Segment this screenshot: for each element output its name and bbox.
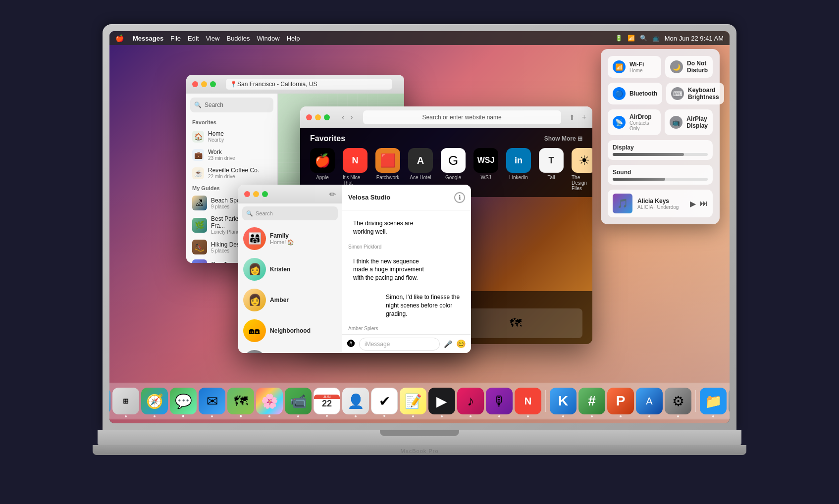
safari-fav-tail[interactable]: T Tail <box>539 148 564 191</box>
maps-search-bar[interactable]: 🔍 Search <box>190 98 273 112</box>
messages-contact-kevin[interactable]: 👨 Kevin <box>238 346 342 353</box>
dock-finder-icon[interactable]: 😊 <box>109 388 110 414</box>
menubar-buddies[interactable]: Buddies <box>226 35 250 42</box>
messages-chat-title: Velosa Studio <box>348 194 390 201</box>
safari-fav-wsj[interactable]: WSJ WSJ <box>473 148 498 191</box>
dock-pages-icon[interactable]: P <box>607 388 634 414</box>
dock-podcasts-emoji: 🎙 <box>492 393 506 409</box>
safari-close-button[interactable] <box>306 114 312 120</box>
dock-news-icon[interactable]: N <box>515 388 541 414</box>
dock-safari-icon[interactable]: 🧭 <box>141 388 168 414</box>
dock-systemprefs-icon[interactable]: ⚙ <box>665 388 691 414</box>
cc-display-slider[interactable] <box>613 153 708 156</box>
dock-appletv-icon[interactable]: ▶ <box>428 388 455 414</box>
cc-airplay-info: AirPlay Display <box>686 115 708 129</box>
dock-calendar-icon[interactable]: JUN 22 <box>314 388 340 414</box>
messages-info-button[interactable]: ℹ <box>454 192 465 203</box>
safari-apple-icon: 🍎 <box>310 148 335 173</box>
dock-keynote-icon[interactable]: K <box>550 388 577 414</box>
safari-minimize-button[interactable] <box>315 114 321 120</box>
maps-minimize-button[interactable] <box>201 81 207 87</box>
cc-bluetooth-tile[interactable]: 🔵 Bluetooth <box>608 83 662 104</box>
dock-launchpad-icon[interactable]: ⊞ <box>112 388 139 414</box>
cc-skip-button[interactable]: ⏭ <box>700 199 708 208</box>
dock-appstore-icon[interactable]: A <box>636 388 663 414</box>
safari-address-bar[interactable]: Search or enter website name <box>363 110 561 124</box>
dock-numbers-icon[interactable]: # <box>578 388 605 414</box>
messages-contact-amber[interactable]: 👩 Amber <box>238 285 342 315</box>
safari-show-more[interactable]: Show More ⊞ <box>544 135 582 142</box>
safari-designfiles-icon: ☀ <box>572 148 592 173</box>
dock-music-icon[interactable]: ♪ <box>457 388 484 414</box>
messages-fullscreen-button[interactable] <box>262 191 268 197</box>
dock-podcasts-icon[interactable]: 🎙 <box>486 388 513 414</box>
cc-dnd-tile[interactable]: 🌙 Do Not Disturb <box>665 56 713 78</box>
cc-wifi-info: Wi-Fi Home <box>629 61 656 73</box>
messages-traffic-lights <box>244 191 268 197</box>
messages-minimize-button[interactable] <box>253 191 259 197</box>
maps-close-button[interactable] <box>192 81 198 87</box>
safari-fav-linkedin[interactable]: in LinkedIn <box>506 148 531 191</box>
messages-avatar-kristen: 👩 <box>243 258 266 281</box>
messages-contact-kristen[interactable]: 👩 Kristen <box>238 254 342 285</box>
messages-compose-button[interactable]: ✏ <box>329 190 336 199</box>
safari-titlebar: ‹ › Search or enter website name ⬆ + <box>300 106 592 128</box>
dock-reminders-icon[interactable]: ✔ <box>371 388 398 414</box>
dock-photos-icon[interactable]: 🌸 <box>256 388 283 414</box>
menubar-search-icon[interactable]: 🔍 <box>640 35 647 42</box>
messages-avatar-kevin: 👨 <box>243 350 266 353</box>
menubar-view[interactable]: View <box>206 35 220 42</box>
messages-contact-family[interactable]: 👨‍👩‍👧 Family Home! 🏠 <box>238 223 342 254</box>
safari-back-button[interactable]: ‹ <box>340 113 346 122</box>
dock-contacts-icon[interactable]: 👤 <box>342 388 369 414</box>
safari-ace-icon: A <box>408 148 433 173</box>
messages-window: ✏ 🔍 Search 👨‍👩‍👧 Family Home! 🏠 <box>238 185 471 353</box>
safari-share-icon[interactable]: ⬆ <box>569 113 575 121</box>
safari-patchwork-label: Patchwork <box>376 175 400 180</box>
cc-sound-slider[interactable] <box>613 178 708 181</box>
menubar-app-name[interactable]: Messages <box>133 35 163 42</box>
dock-maps-icon[interactable]: 🗺 <box>227 388 254 414</box>
dock-news-emoji: N <box>524 396 531 407</box>
cc-dnd-label: Do Not Disturb <box>687 60 708 74</box>
messages-audio-button[interactable]: 🎤 <box>444 340 452 348</box>
cc-bluetooth-info: Bluetooth <box>629 90 657 97</box>
messages-contact-list: 👨‍👩‍👧 Family Home! 🏠 👩 Kristen <box>238 223 342 353</box>
dock-messages-emoji: 💬 <box>175 393 192 409</box>
messages-input-field[interactable]: iMessage <box>359 338 440 351</box>
dock-facetime-icon[interactable]: 📹 <box>285 388 312 414</box>
menubar-file[interactable]: File <box>170 35 181 42</box>
cc-play-button[interactable]: ▶ <box>690 199 696 208</box>
dock-files-icon[interactable]: 📁 <box>700 388 727 414</box>
maps-coffee-item[interactable]: ☕ Reveille Coffee Co. 22 min drive <box>186 164 277 182</box>
menubar-window[interactable]: Window <box>257 35 279 42</box>
dock-trash-icon[interactable]: 🗑 <box>729 388 730 414</box>
safari-plus-icon[interactable]: + <box>582 113 586 122</box>
cc-airplay-tile[interactable]: 📺 AirPlay Display <box>665 109 713 135</box>
maps-fullscreen-button[interactable] <box>210 81 216 87</box>
messages-search-bar[interactable]: 🔍 Search <box>242 206 338 220</box>
dock-mail-icon[interactable]: ✉ <box>199 388 225 414</box>
dock-notes-icon[interactable]: 📝 <box>400 388 426 414</box>
dock-messages-icon[interactable]: 💬 <box>170 388 197 414</box>
messages-contact-neighborhood[interactable]: 🏘 Neighborhood <box>238 315 342 346</box>
cc-airdrop-tile[interactable]: 📡 AirDrop Contacts Only <box>608 109 661 135</box>
messages-kristen-name: Kristen <box>270 266 337 273</box>
safari-fullscreen-button[interactable] <box>324 114 330 120</box>
menubar-edit[interactable]: Edit <box>188 35 199 42</box>
messages-close-button[interactable] <box>244 191 250 197</box>
safari-nav-controls: ‹ › <box>340 113 355 122</box>
cc-artist-name: ALICIA · Underdog <box>637 204 685 210</box>
messages-emoji-button[interactable]: 🅐 <box>347 340 355 349</box>
maps-work-item[interactable]: 💼 Work 23 min drive <box>186 146 277 164</box>
menubar-help[interactable]: Help <box>287 35 300 42</box>
messages-emoji-picker-button[interactable]: 😊 <box>456 339 466 349</box>
cc-keyboard-tile[interactable]: ⌨ Keyboard Brightness <box>666 83 724 104</box>
maps-home-item[interactable]: 🏠 Home Nearby <box>186 127 277 146</box>
apple-logo-icon[interactable]: 🍎 <box>115 34 124 42</box>
messages-chat-header: Velosa Studio ℹ <box>342 185 471 210</box>
safari-fav-designfiles[interactable]: ☀ The Design Files <box>572 148 592 191</box>
safari-forward-button[interactable]: › <box>348 113 355 122</box>
dock-separator-2 <box>695 390 696 412</box>
cc-wifi-tile[interactable]: 📶 Wi-Fi Home <box>608 56 661 78</box>
